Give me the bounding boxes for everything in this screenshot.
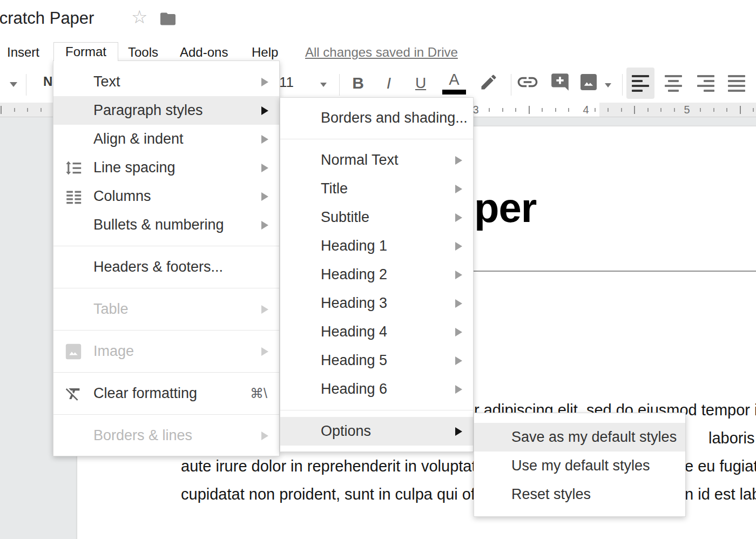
- save-status[interactable]: All changes saved in Drive: [305, 43, 458, 61]
- menu-item-label: Align & indent: [93, 131, 184, 147]
- menu-item-label: Borders and shading...: [321, 110, 468, 126]
- insert-comment-button[interactable]: [548, 69, 572, 97]
- menubar-item-tools[interactable]: Tools: [128, 43, 158, 61]
- menu-item-columns[interactable]: Columns: [53, 182, 279, 211]
- text-color-button[interactable]: A: [441, 69, 468, 97]
- submenu-arrow-icon: [455, 356, 462, 365]
- submenu-arrow-icon: [455, 299, 462, 308]
- submenu-arrow-icon: [455, 185, 462, 193]
- toolbar-overflow-caret-icon[interactable]: [10, 82, 17, 87]
- menu-item-heading-4[interactable]: Heading 4: [280, 318, 473, 346]
- menu-item-headers-footers[interactable]: Headers & footers...: [53, 253, 279, 281]
- font-size-caret-icon[interactable]: [320, 83, 327, 87]
- font-size-value[interactable]: 11: [279, 74, 294, 91]
- menu-item-align-indent[interactable]: Align & indent: [53, 125, 279, 153]
- paragraph-styles-submenu: Borders and shading...Normal TextTitleSu…: [280, 97, 474, 452]
- menu-item-table: Table: [53, 295, 279, 324]
- italic-button[interactable]: I: [378, 69, 400, 97]
- menu-item-bullets-numbering[interactable]: Bullets & numbering: [53, 211, 279, 239]
- columns-icon: [64, 187, 83, 206]
- menu-item-label: Heading 2: [321, 266, 387, 283]
- document-text-line: cupidatat non proident, sunt in culpa qu…: [181, 486, 516, 503]
- menu-item-borders-and-shading[interactable]: Borders and shading...: [280, 104, 473, 132]
- google-docs-app: per r adipiscing elit, sed do eiusmod te…: [0, 0, 756, 539]
- menubar-item-help[interactable]: Help: [252, 43, 278, 61]
- clear-formatting-icon: [64, 385, 83, 403]
- menu-item-paragraph-styles[interactable]: Paragraph styles: [53, 96, 279, 125]
- menubar-item-add-ons[interactable]: Add-ons: [180, 43, 228, 61]
- menu-item-heading-3[interactable]: Heading 3: [280, 289, 473, 318]
- menu-separator: [53, 372, 279, 373]
- submenu-arrow-icon: [455, 213, 462, 222]
- menu-item-image: Image: [53, 337, 279, 366]
- document-title[interactable]: Scratch Paper: [0, 9, 94, 28]
- menu-item-label: Bullets & numbering: [93, 217, 224, 233]
- align-right-icon: [697, 75, 714, 92]
- highlighter-icon: [479, 72, 498, 94]
- menu-item-subtitle[interactable]: Subtitle: [280, 203, 473, 232]
- menu-item-reset-styles[interactable]: Reset styles: [474, 480, 685, 509]
- ruler-tick: [660, 108, 662, 112]
- menu-item-heading-6[interactable]: Heading 6: [280, 375, 473, 403]
- menu-item-save-as-my-default-styles[interactable]: Save as my default styles: [474, 423, 685, 452]
- menu-item-label: Heading 1: [321, 238, 387, 254]
- insert-image-button[interactable]: [577, 69, 600, 97]
- ruler-tick: [502, 108, 503, 112]
- submenu-arrow-icon: [261, 106, 268, 115]
- menu-item-label: Subtitle: [321, 209, 369, 226]
- menu-item-heading-1[interactable]: Heading 1: [280, 232, 473, 260]
- menu-item-clear-formatting[interactable]: Clear formatting⌘\: [53, 379, 279, 408]
- menu-item-normal-text[interactable]: Normal Text: [280, 146, 473, 174]
- menu-item-label: Heading 6: [321, 381, 387, 397]
- menu-item-label: Columns: [93, 188, 151, 205]
- ruler-tick: [595, 108, 596, 112]
- align-left-button[interactable]: [626, 68, 654, 99]
- ruler-tick: [568, 108, 569, 112]
- menu-item-label: Title: [321, 180, 348, 197]
- submenu-arrow-icon: [455, 242, 462, 251]
- menu-item-line-spacing[interactable]: Line spacing: [53, 153, 279, 182]
- document-text-line: e eu fugiat nulla pa: [685, 457, 756, 475]
- insert-link-button[interactable]: [514, 69, 541, 97]
- align-right-button[interactable]: [692, 68, 720, 99]
- star-icon[interactable]: ☆: [131, 8, 147, 26]
- align-center-button[interactable]: [659, 68, 687, 99]
- document-text-line: aute irure dolor in reprehenderit in vol…: [181, 457, 497, 475]
- menu-item-label: Save as my default styles: [511, 429, 677, 446]
- image-options-caret-icon[interactable]: [605, 83, 611, 87]
- submenu-arrow-icon: [261, 135, 268, 144]
- toolbar-separator: [511, 74, 511, 96]
- ruler-tick: [647, 108, 649, 112]
- ruler-tick: [489, 108, 490, 112]
- menu-separator: [53, 330, 279, 331]
- ruler-tick: [753, 108, 754, 112]
- text-color-letter: A: [441, 71, 468, 89]
- highlight-color-button[interactable]: [476, 69, 501, 97]
- menu-item-heading-5[interactable]: Heading 5: [280, 346, 473, 375]
- menubar-item-format-active[interactable]: Format: [53, 42, 118, 61]
- menu-item-label: Text: [93, 73, 120, 90]
- bold-button[interactable]: B: [346, 69, 370, 97]
- folder-icon[interactable]: [159, 11, 177, 29]
- menu-separator: [53, 414, 279, 415]
- menu-item-options[interactable]: Options: [280, 417, 473, 446]
- ruler-tick: [740, 106, 741, 114]
- menu-item-label: Clear formatting: [93, 385, 197, 402]
- document-heading: per: [474, 184, 536, 231]
- add-comment-icon: [550, 72, 570, 95]
- current-color-indicator: [442, 90, 466, 95]
- document-text-line: laboris nisi ut a: [708, 429, 756, 447]
- menu-item-text[interactable]: Text: [53, 68, 279, 96]
- submenu-arrow-icon: [261, 192, 268, 201]
- menu-item-use-my-default-styles[interactable]: Use my default styles: [474, 452, 685, 480]
- underline-button[interactable]: U: [408, 69, 433, 97]
- menubar-item-insert[interactable]: Insert: [7, 43, 39, 61]
- ruler-tick: [1, 106, 2, 114]
- menu-item-heading-2[interactable]: Heading 2: [280, 260, 473, 289]
- menu-item-title[interactable]: Title: [280, 174, 473, 203]
- menu-item-label: Paragraph styles: [93, 102, 203, 119]
- format-menu: TextParagraph stylesAlign & indentLine s…: [53, 60, 280, 456]
- ruler-number: 4: [583, 103, 589, 117]
- align-justify-button[interactable]: [723, 68, 751, 99]
- menu-item-shortcut: ⌘\: [250, 386, 267, 401]
